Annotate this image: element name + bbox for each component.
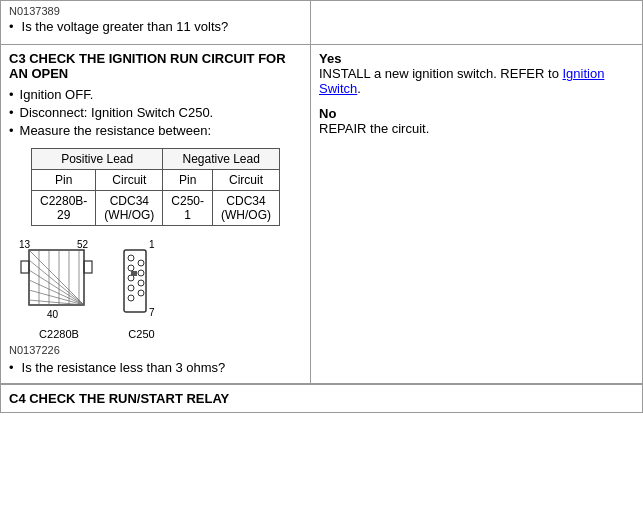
svg-point-26 [138, 270, 144, 276]
row1-pin2: C250-1 [163, 191, 213, 226]
svg-rect-15 [21, 261, 29, 273]
col-circuit1: Circuit [96, 170, 163, 191]
svg-point-28 [138, 290, 144, 296]
svg-point-21 [128, 265, 134, 271]
c250-label: C250 [119, 328, 164, 340]
svg-point-25 [138, 260, 144, 266]
c3-steps: Ignition OFF. Disconnect: Ignition Switc… [9, 87, 302, 138]
svg-text:52: 52 [77, 239, 89, 250]
c250-connector: 1 [119, 236, 164, 340]
no-action: REPAIR the circuit. [319, 121, 634, 136]
svg-rect-29 [131, 271, 137, 276]
c4-title: C4 CHECK THE RUN/START RELAY [9, 391, 634, 406]
node-id-top: N0137389 [9, 5, 302, 17]
c2280b-label: C2280B [19, 328, 99, 340]
row1-circuit1: CDC34(WH/OG) [96, 191, 163, 226]
svg-line-3 [29, 250, 84, 305]
svg-line-4 [29, 260, 84, 305]
row1-circuit2: CDC34(WH/OG) [213, 191, 280, 226]
positive-lead-header: Positive Lead [31, 149, 162, 170]
negative-lead-header: Negative Lead [163, 149, 280, 170]
svg-point-20 [128, 255, 134, 261]
step-2: Disconnect: Ignition Switch C250. [9, 105, 302, 120]
svg-line-5 [29, 270, 84, 305]
step-3: Measure the resistance between: [9, 123, 302, 138]
c2280b-svg: 13 52 [19, 236, 99, 326]
c3-section: C3 CHECK THE IGNITION RUN CIRCUIT FOR AN… [1, 45, 642, 384]
c4-section: C4 CHECK THE RUN/START RELAY [1, 384, 642, 412]
yes-action: INSTALL a new ignition switch. REFER to … [319, 66, 634, 96]
svg-text:13: 13 [19, 239, 31, 250]
svg-point-27 [138, 280, 144, 286]
svg-text:7: 7 [149, 307, 155, 318]
col-pin1: Pin [31, 170, 95, 191]
svg-point-24 [128, 295, 134, 301]
top-left: N0137389 Is the voltage greater than 11 … [1, 1, 311, 44]
no-label: No [319, 106, 634, 121]
col-pin2: Pin [163, 170, 213, 191]
resistance-question: Is the resistance less than 3 ohms? [9, 360, 302, 375]
c250-svg: 1 [119, 236, 164, 326]
voltage-question: Is the voltage greater than 11 volts? [9, 19, 302, 34]
page-container: N0137389 Is the voltage greater than 11 … [0, 0, 643, 413]
yes-label: Yes [319, 51, 634, 66]
c3-left: C3 CHECK THE IGNITION RUN CIRCUIT FOR AN… [1, 45, 311, 383]
svg-text:1: 1 [149, 239, 155, 250]
measure-table: Positive Lead Negative Lead Pin Circuit … [31, 148, 280, 226]
top-right [311, 1, 642, 44]
connector-diagrams: 13 52 [19, 236, 302, 340]
svg-text:40: 40 [47, 309, 59, 320]
top-section: N0137389 Is the voltage greater than 11 … [1, 1, 642, 45]
step-1: Ignition OFF. [9, 87, 302, 102]
row1-pin1: C2280B-29 [31, 191, 95, 226]
c3-title: C3 CHECK THE IGNITION RUN CIRCUIT FOR AN… [9, 51, 302, 81]
c2280b-connector: 13 52 [19, 236, 99, 340]
node-id-2: N0137226 [9, 344, 302, 356]
svg-rect-16 [84, 261, 92, 273]
col-circuit2: Circuit [213, 170, 280, 191]
svg-point-23 [128, 285, 134, 291]
c3-right: Yes INSTALL a new ignition switch. REFER… [311, 45, 642, 383]
